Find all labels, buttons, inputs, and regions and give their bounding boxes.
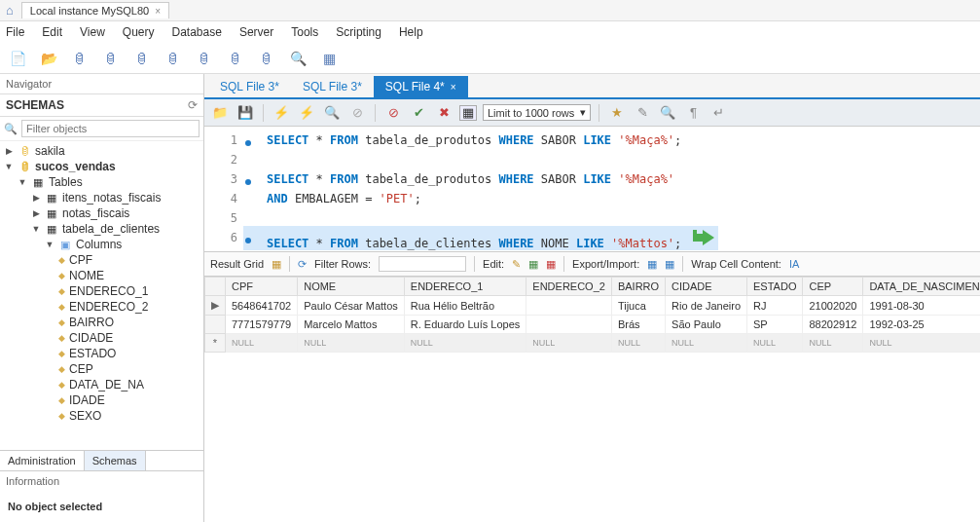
explain-icon[interactable]: 🔍 <box>322 103 342 123</box>
menu-edit[interactable]: Edit <box>42 25 62 39</box>
cell[interactable]: Rio de Janeiro <box>666 296 747 316</box>
autocommit-icon[interactable]: ✖ <box>434 103 454 123</box>
col-header[interactable]: BAIRRO <box>611 278 665 296</box>
close-icon[interactable]: × <box>155 6 161 17</box>
menu-file[interactable]: File <box>6 25 24 39</box>
rollback-icon[interactable]: ✔ <box>409 103 428 123</box>
null-cell[interactable]: NULL <box>803 334 863 353</box>
add-icon[interactable]: ▦ <box>528 258 538 271</box>
col-header[interactable]: NOME <box>298 278 405 296</box>
menu-database[interactable]: Database <box>172 25 222 39</box>
null-cell[interactable]: NULL <box>611 334 665 353</box>
cell[interactable] <box>526 296 612 316</box>
cell[interactable]: Marcelo Mattos <box>298 316 405 334</box>
sql-editor[interactable]: 1SELECT * FROM tabela_de_produtos WHERE … <box>204 127 980 251</box>
beautify-icon[interactable]: ★ <box>607 103 627 123</box>
table-notas-fiscais[interactable]: ▶▦notas_fiscais <box>0 205 203 221</box>
save-icon[interactable]: 💾 <box>236 103 255 123</box>
edit-icon[interactable]: ✎ <box>512 258 521 271</box>
cell[interactable]: 21002020 <box>803 296 863 316</box>
schema-sakila[interactable]: ▶🛢sakila <box>0 143 203 159</box>
tool6-icon[interactable]: 🛢 <box>163 49 183 68</box>
table-row[interactable]: ▶ 5648641702 Paulo César Mattos Rua Héli… <box>205 296 981 316</box>
col-header[interactable]: CPF <box>226 278 298 296</box>
file-tab-3[interactable]: SQL File 4*× <box>374 76 468 97</box>
col-nome[interactable]: ◆NOME <box>0 268 203 283</box>
columns-node[interactable]: ▼▣Columns <box>0 237 203 252</box>
dashboard-icon[interactable]: ▦ <box>319 49 339 68</box>
export-icon[interactable]: ▦ <box>647 258 657 271</box>
col-sexo[interactable]: ◆SEXO <box>0 408 203 424</box>
col-header[interactable]: CEP <box>803 278 863 296</box>
limit-select[interactable]: Limit to 1000 rows ▾ <box>483 104 591 121</box>
toggle-icon[interactable]: ▦ <box>459 105 477 121</box>
cell[interactable]: SP <box>747 316 803 334</box>
menu-tools[interactable]: Tools <box>291 25 318 39</box>
menu-query[interactable]: Query <box>123 25 155 39</box>
menu-server[interactable]: Server <box>239 25 273 39</box>
col-header[interactable]: ESTADO <box>747 278 803 296</box>
schema-sucos-vendas[interactable]: ▼🛢sucos_vendas <box>0 159 203 174</box>
null-cell[interactable]: NULL <box>526 334 612 353</box>
cell[interactable]: Brás <box>611 316 665 334</box>
open-sql-icon[interactable]: 📂 <box>39 49 58 68</box>
col-data-de-nascimento[interactable]: ◆DATA_DE_NA <box>0 377 203 392</box>
filter-icon[interactable]: ⟳ <box>298 258 307 271</box>
col-cpf[interactable]: ◆CPF <box>0 252 203 268</box>
col-endereco1[interactable]: ◆ENDERECO_1 <box>0 283 203 299</box>
tool-icon[interactable]: ✎ <box>633 103 652 123</box>
file-tab-2[interactable]: SQL File 3* <box>291 76 374 97</box>
cell[interactable]: Rua Hélio Beltrão <box>404 296 526 316</box>
menu-view[interactable]: View <box>80 25 105 39</box>
tool5-icon[interactable]: 🛢 <box>132 49 152 68</box>
col-cidade[interactable]: ◆CIDADE <box>0 330 203 346</box>
col-endereco2[interactable]: ◆ENDERECO_2 <box>0 299 203 315</box>
null-cell[interactable]: NULL <box>404 334 526 353</box>
wrap-icon[interactable]: ↵ <box>708 103 728 123</box>
col-idade[interactable]: ◆IDADE <box>0 392 203 408</box>
tab-schemas[interactable]: Schemas <box>85 451 146 470</box>
null-cell[interactable]: NULL <box>666 334 747 353</box>
menu-help[interactable]: Help <box>399 25 423 39</box>
cell[interactable]: Tijuca <box>611 296 665 316</box>
result-grid[interactable]: CPF NOME ENDERECO_1 ENDERECO_2 BAIRRO CI… <box>204 277 980 522</box>
inspector-icon[interactable]: 🛢 <box>70 49 90 68</box>
cell[interactable]: 88202912 <box>803 316 863 334</box>
cell[interactable]: 1992-03-25 <box>863 316 980 334</box>
col-header[interactable]: CIDADE <box>666 278 747 296</box>
new-sql-icon[interactable]: 📄 <box>8 49 27 68</box>
table-tabela-de-clientes[interactable]: ▼▦tabela_de_clientes <box>0 221 203 237</box>
open-file-icon[interactable]: 📁 <box>210 103 230 123</box>
table-row-null[interactable]: * NULL NULL NULL NULL NULL NULL NULL NUL… <box>205 334 981 353</box>
col-estado[interactable]: ◆ESTADO <box>0 346 203 361</box>
tool4-icon[interactable]: 🛢 <box>101 49 121 68</box>
col-header[interactable]: ENDERECO_2 <box>526 278 612 296</box>
col-header[interactable]: ENDERECO_1 <box>404 278 526 296</box>
filter-rows-input[interactable] <box>379 256 466 272</box>
table-row[interactable]: 7771579779 Marcelo Mattos R. Eduardo Luí… <box>205 316 981 334</box>
refresh-icon[interactable]: ⟳ <box>188 98 198 112</box>
menu-scripting[interactable]: Scripting <box>336 25 381 39</box>
cell[interactable]: 7771579779 <box>226 316 298 334</box>
delete-icon[interactable]: ▦ <box>546 258 556 271</box>
cell[interactable]: São Paulo <box>666 316 747 334</box>
cell[interactable]: 1991-08-30 <box>863 296 980 316</box>
cell[interactable]: R. Eduardo Luís Lopes <box>404 316 526 334</box>
instance-tab[interactable]: Local instance MySQL80 × <box>21 2 169 19</box>
execute-icon[interactable]: ⚡ <box>272 103 291 123</box>
null-cell[interactable]: NULL <box>298 334 405 353</box>
search-icon[interactable]: 🔍 <box>288 49 308 68</box>
commit-icon[interactable]: ⊘ <box>383 103 403 123</box>
stop-icon[interactable]: ⊘ <box>347 103 367 123</box>
tool8-icon[interactable]: 🛢 <box>226 49 245 68</box>
tables-node[interactable]: ▼▦Tables <box>0 174 203 190</box>
grid-icon[interactable]: ▦ <box>272 258 281 271</box>
cell[interactable] <box>526 316 612 334</box>
filter-input[interactable] <box>21 120 200 137</box>
cell[interactable]: RJ <box>747 296 803 316</box>
close-icon[interactable]: × <box>451 82 456 93</box>
find-icon[interactable]: 🔍 <box>658 103 677 123</box>
col-bairro[interactable]: ◆BAIRRO <box>0 315 203 330</box>
null-cell[interactable]: NULL <box>747 334 803 353</box>
tool9-icon[interactable]: 🛢 <box>257 49 276 68</box>
